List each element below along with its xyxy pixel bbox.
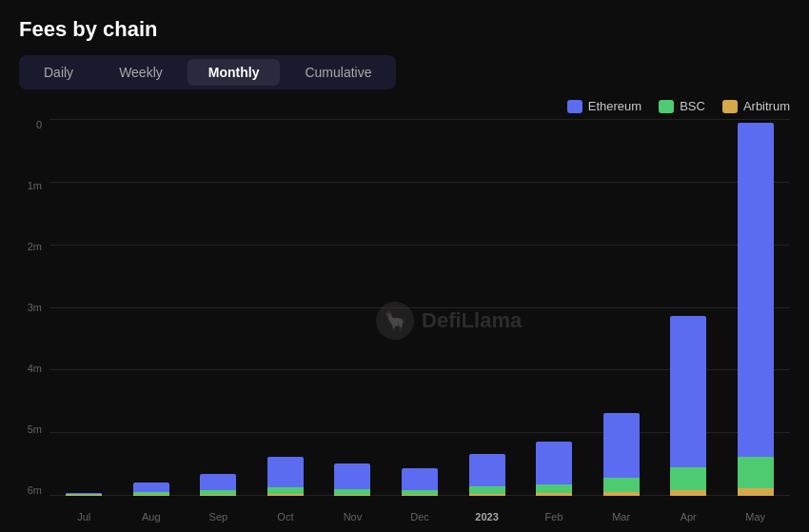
bar-group — [322, 119, 384, 496]
bar-group — [53, 119, 115, 496]
x-label-feb: Feb — [523, 511, 585, 522]
y-axis: 6m 5m 4m 3m 2m 1m 0 — [19, 119, 49, 522]
legend-ethereum-label: Ethereum — [588, 99, 641, 113]
tab-bar: Daily Weekly Monthly Cumulative — [19, 55, 396, 89]
legend-ethereum: Ethereum — [567, 99, 641, 113]
x-label-oct: Oct — [255, 511, 317, 522]
legend: Ethereum BSC Arbitrum — [19, 99, 790, 113]
y-label-3m: 3m — [19, 302, 42, 313]
chart-inner: JulAugSepOctNovDec2023FebMarAprMay 🦙 Def… — [49, 119, 790, 522]
legend-bsc: BSC — [659, 99, 705, 113]
chart-wrapper: 6m 5m 4m 3m 2m 1m 0 — [19, 119, 790, 522]
bar-ethereum-segment — [536, 442, 572, 484]
bar-bsc-segment — [469, 486, 505, 494]
x-label-may: May — [724, 511, 786, 522]
tab-cumulative[interactable]: Cumulative — [284, 59, 392, 86]
x-axis: JulAugSepOctNovDec2023FebMarAprMay — [49, 496, 790, 522]
y-label-6m: 6m — [19, 484, 42, 496]
tab-daily[interactable]: Daily — [23, 59, 94, 86]
x-label-aug: Aug — [121, 511, 183, 522]
bar-ethereum-segment — [402, 468, 438, 490]
bar-ethereum-segment — [334, 463, 370, 488]
x-label-2023: 2023 — [456, 511, 518, 522]
bars-container — [49, 119, 790, 496]
y-label-4m: 4m — [19, 363, 42, 374]
bar-ethereum-segment — [603, 413, 640, 478]
y-label-2m: 2m — [19, 241, 42, 252]
x-label-apr: Apr — [658, 511, 720, 522]
arbitrum-color-swatch — [722, 100, 738, 113]
bar-bsc-segment — [536, 484, 572, 493]
bsc-color-swatch — [659, 100, 674, 113]
bar-ethereum-segment — [133, 483, 169, 491]
x-label-sep: Sep — [187, 511, 249, 522]
bar-group — [255, 119, 317, 496]
x-label-dec: Dec — [389, 511, 451, 522]
bar-ethereum-segment — [267, 457, 304, 487]
bar-ethereum-segment — [738, 123, 774, 457]
ethereum-color-swatch — [567, 100, 582, 113]
bar-ethereum-segment — [200, 474, 236, 490]
bar-group — [590, 119, 652, 496]
bar-group — [389, 119, 451, 496]
y-label-5m: 5m — [19, 424, 42, 435]
page-title: Fees by chain — [19, 17, 790, 42]
bar-bsc-segment — [267, 487, 304, 494]
y-label-0: 0 — [19, 119, 42, 130]
y-label-1m: 1m — [19, 180, 42, 191]
bar-ethereum-segment — [469, 454, 505, 486]
x-label-mar: Mar — [590, 511, 652, 522]
bar-group — [456, 119, 518, 496]
bar-group — [523, 119, 585, 496]
x-label-jul: Jul — [53, 511, 115, 522]
tab-monthly[interactable]: Monthly — [187, 59, 281, 86]
legend-arbitrum: Arbitrum — [722, 99, 790, 113]
chart-area: Ethereum BSC Arbitrum 6m 5m 4m 3m 2m 1m … — [19, 99, 790, 522]
bar-bsc-segment — [603, 478, 640, 492]
legend-bsc-label: BSC — [680, 99, 705, 113]
bar-bsc-segment — [738, 457, 774, 489]
legend-arbitrum-label: Arbitrum — [743, 99, 790, 113]
bar-group — [658, 119, 720, 496]
bar-group — [187, 119, 249, 496]
main-container: Fees by chain Daily Weekly Monthly Cumul… — [0, 0, 809, 532]
bar-ethereum-segment — [670, 316, 706, 466]
bar-arbitrum-segment — [738, 488, 774, 496]
bar-group — [724, 119, 786, 496]
x-label-nov: Nov — [322, 511, 384, 522]
bar-bsc-segment — [670, 467, 706, 491]
tab-weekly[interactable]: Weekly — [98, 59, 184, 86]
bar-group — [121, 119, 183, 496]
